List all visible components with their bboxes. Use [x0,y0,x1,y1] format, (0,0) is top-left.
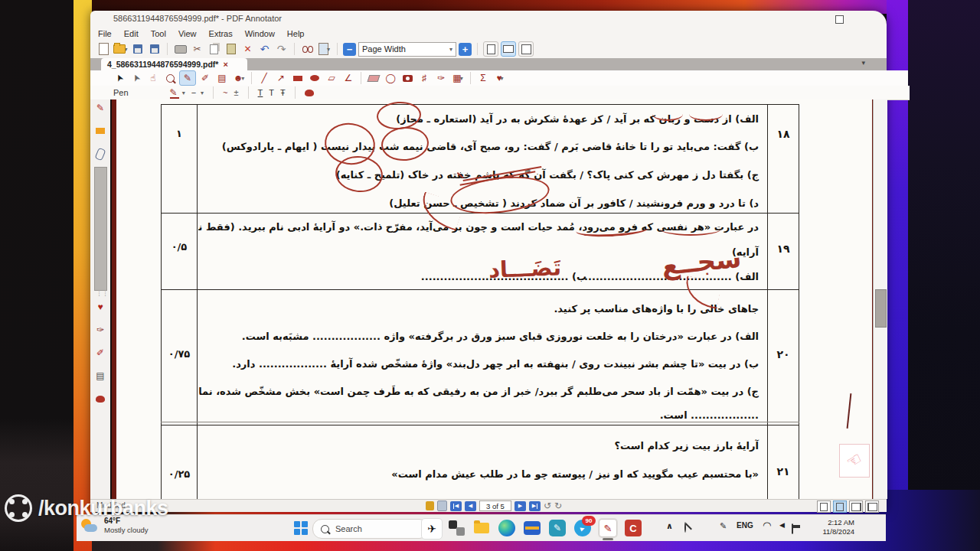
text-note-tool-button[interactable]: ▤ [214,71,230,85]
zoom-tool-button[interactable] [162,71,178,85]
stamp-button[interactable] [305,90,314,96]
sidebar-highlighter-tab[interactable] [93,124,107,138]
zoom-out-button[interactable]: − [343,43,356,56]
page-number-field[interactable]: 3 of 5 [479,500,511,511]
paste-button[interactable] [224,42,238,57]
save-button[interactable] [130,42,145,57]
first-page-button[interactable]: ◀ [450,501,462,511]
single-page-view-button[interactable] [817,500,831,513]
taskbar-writer-app-button[interactable]: ✎ [547,518,567,538]
zoom-dropdown-icon[interactable]: ▾ [449,46,452,53]
task-view-button[interactable] [446,518,466,538]
restore-window-icon[interactable] [835,15,844,24]
rectangle-tool-button[interactable] [290,71,305,85]
pen-color-button[interactable]: ✎ [170,87,178,98]
smooth-curve-button[interactable]: ~ [223,88,227,97]
full-page-button[interactable] [518,41,534,57]
insert-image-tool-button[interactable]: ▦▾ [450,71,466,85]
vertical-scrollbar[interactable] [873,99,887,499]
file-explorer-button[interactable] [472,518,492,538]
fit-height-button[interactable] [483,41,498,57]
text-button[interactable]: T [269,88,274,97]
stamp-dropdown-icon[interactable]: ▾ [241,75,244,82]
menu-window[interactable]: Window [245,29,275,38]
text-strike-button[interactable]: Ŧ [280,88,286,97]
previous-page-button[interactable]: ◀ [465,501,476,511]
history-forward-button[interactable]: ↻ [554,500,562,511]
select-tool-button[interactable]: ➤ [110,68,129,88]
lasso-select-tool-button[interactable]: ➤ [127,68,146,88]
redo-button[interactable]: ↷ [274,42,289,57]
delete-button[interactable]: ✕ [240,42,255,57]
window-titlebar[interactable]: 5866311944876594999.pdf* - PDF Annotator [90,11,887,28]
sidebar-stamp-tab[interactable] [93,392,107,406]
new-document-button[interactable] [96,42,111,57]
undo-button[interactable]: ↶ [257,42,272,57]
save-as-button[interactable] [147,42,162,57]
favorites-dropdown-icon[interactable]: ▾ [501,75,504,82]
ink-signature-tool-button[interactable]: ✑ [433,71,449,85]
text-underline-button[interactable]: T [258,88,263,97]
battery-icon[interactable] [792,524,793,533]
taskbar-flight-app-icon[interactable]: ✈ [421,518,443,540]
sidebar-toggle-button[interactable]: ▾ [317,42,332,57]
menu-view[interactable]: View [178,29,197,38]
polyline-tool-button[interactable]: ∠ [341,71,356,85]
menu-tool[interactable]: Tool [151,29,166,38]
menu-extras[interactable]: Extras [209,29,233,38]
continuous-view-button[interactable] [833,500,847,513]
edge-browser-button[interactable] [497,518,517,538]
stamp-person-tool-button[interactable]: ☻▾ [231,71,247,85]
do-not-disturb-icon[interactable] [684,523,686,532]
start-button[interactable] [291,518,311,538]
ellipse-tool-button[interactable] [307,71,322,85]
sidebar-favorites-tab[interactable]: ♥ [93,300,107,314]
zoom-in-button[interactable]: + [459,43,472,56]
document-tab[interactable]: 4_5866311944876594999.pdf* × [101,58,247,70]
two-page-continuous-button[interactable] [865,500,879,513]
taskbar-clock[interactable]: 2:12 AM 11/8/2024 [801,518,854,536]
marker-tool-button[interactable]: ✐ [198,71,213,85]
tab-close-icon[interactable]: × [223,60,227,69]
last-page-button[interactable]: ▶ [529,501,541,511]
document-viewport[interactable]: ۱۸ ۱ الف) از دست و زبان که بر آید / کز ع… [110,99,874,499]
sidebar-attachment-tab[interactable] [93,147,107,161]
snapshot-tool-button[interactable] [400,71,415,85]
panel-dropdown-icon[interactable]: ▾ [327,46,330,53]
zoom-level-select[interactable]: Page Width ▾ [358,42,456,57]
search-box[interactable]: Search [312,519,429,539]
send-page-icon[interactable] [426,501,434,510]
pen-tool-button[interactable]: ✎ [179,70,196,86]
polygon-tool-button[interactable]: ▱ [324,71,339,85]
taskbar-briefcase-app-button[interactable] [522,518,542,538]
line-tool-button[interactable]: ╱ [256,71,272,85]
line-width-button[interactable]: − [191,88,196,97]
find-button[interactable] [300,42,315,57]
formula-tool-button[interactable]: Σ [475,71,491,85]
windows-ink-icon[interactable]: ✎ [720,521,727,531]
scrollbar-thumb[interactable] [875,289,887,328]
lasso-tool-button[interactable]: ◯ [383,71,398,85]
next-page-button[interactable]: ▶ [514,501,526,511]
sidebar-collapsed-panel[interactable] [94,167,107,291]
open-file-button[interactable]: ▾ [113,42,128,57]
tab-list-dropdown-icon[interactable]: ▾ [861,59,865,67]
copy-button[interactable] [207,42,221,57]
pdf-page[interactable]: ۱۸ ۱ الف) از دست و زبان که بر آید / کز ع… [116,99,872,499]
fit-width-button[interactable] [501,41,516,57]
language-indicator[interactable]: ENG [737,521,753,530]
favorites-tool-button[interactable]: ♥▾ [492,71,508,85]
tray-overflow-chevron[interactable]: ∧ [666,521,673,531]
menu-help[interactable]: Help [287,29,305,38]
volume-icon[interactable]: ◀ [779,521,785,529]
sidebar-textbox-tab[interactable]: ▤ [93,369,107,383]
cut-button[interactable]: ✂ [190,42,204,57]
menu-edit[interactable]: Edit [124,29,139,38]
arrow-tool-button[interactable]: ↗ [273,71,289,85]
snap-button[interactable]: ± [234,88,239,97]
pen-color-dropdown-icon[interactable]: ▾ [182,90,185,96]
telegram-button[interactable]: ▸ 90 [573,518,593,538]
pan-tool-button[interactable]: ☝ [145,71,161,85]
sidebar-pencil-tab[interactable]: ✐ [93,346,107,360]
sidebar-drag-handle[interactable]: ⋮⋮ [96,291,109,297]
